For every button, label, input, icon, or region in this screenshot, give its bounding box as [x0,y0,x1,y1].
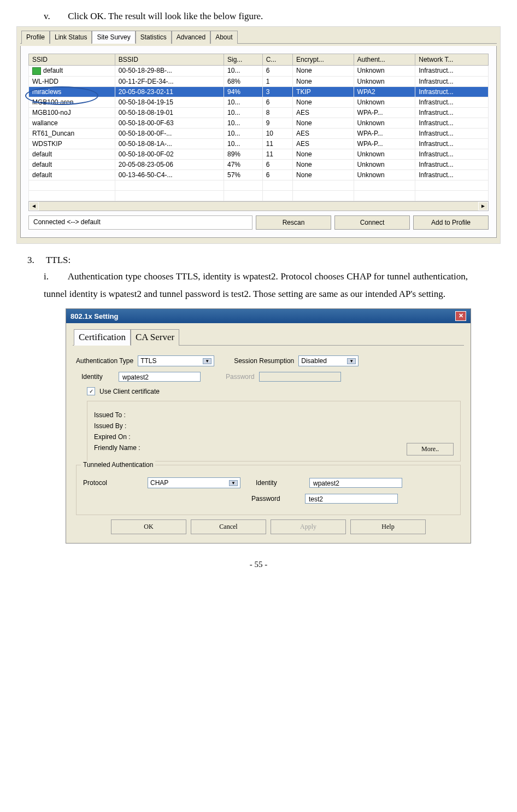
table-cell: default [29,149,115,159]
table-row[interactable]: default00-50-18-00-0F-0289%11NoneUnknown… [29,149,489,159]
table-row[interactable]: WDSTKIP00-50-18-08-1A-...10...11AESWPA-P… [29,138,489,149]
table-cell: 20-05-08-23-05-06 [115,159,224,170]
table-cell: 10... [224,138,262,149]
column-header[interactable]: Network T... [415,54,489,66]
column-header[interactable]: Encrypt... [293,54,354,66]
table-row[interactable]: wallance00-50-18-00-0F-6310...9NoneUnkno… [29,118,489,128]
scroll-right-icon[interactable]: ► [478,202,488,211]
column-header[interactable]: BSSID [115,54,224,66]
table-cell: 00-11-2F-DE-34-... [115,76,224,86]
table-cell: 00-13-46-50-C4-... [115,170,224,180]
table-cell [115,190,224,201]
table-cell [29,190,115,201]
rescan-button[interactable]: Rescan [256,215,331,230]
column-header[interactable]: C... [262,54,292,66]
table-row[interactable]: MGB100-noJ00-50-18-08-19-0110...8AESWPA-… [29,107,489,118]
table-row-empty [29,180,489,190]
table-row[interactable]: default20-05-08-23-05-0647%6NoneUnknownI… [29,159,489,170]
table-cell [224,180,262,190]
connect-button[interactable]: Connect [334,215,410,230]
password-input-disabled [259,372,341,382]
table-cell: None [293,66,354,77]
cancel-button[interactable]: Cancel [191,519,266,534]
tunnel-row1: Protocol CHAP ▼ Identity wpatest2 [83,477,454,488]
table-cell: 10... [224,107,262,118]
table-row[interactable]: default00-13-46-50-C4-...57%6NoneUnknown… [29,170,489,180]
tunnel-groupbox: Tunneled Authentication Protocol CHAP ▼ … [76,465,461,515]
column-header[interactable]: Authent... [354,54,415,66]
column-header[interactable]: SSID [29,54,115,66]
h-scrollbar[interactable]: ◄ ► [28,201,489,211]
cert-field-label: Issued To : [94,411,454,419]
dialog-tab-ca-server[interactable]: CA Server [131,329,179,346]
table-cell: default [29,66,115,77]
scroll-left-icon[interactable]: ◄ [29,202,39,211]
table-row[interactable]: MGB100-aren00-50-18-04-19-1510...6NoneUn… [29,97,489,107]
networks-table: SSIDBSSIDSig...C...Encrypt...Authent...N… [28,54,489,201]
dialog-tab-certification[interactable]: Certification [74,329,131,346]
tunnel-protocol-select[interactable]: CHAP ▼ [148,477,240,488]
tab-statistics[interactable]: Statistics [136,31,172,44]
chevron-down-icon: ▼ [203,358,212,364]
help-button[interactable]: Help [350,519,426,534]
tunnel-identity-input[interactable]: wpatest2 [309,478,402,488]
table-cell: Unknown [354,118,415,128]
table-cell: 3 [262,86,292,97]
table-cell: WPA-P... [354,107,415,118]
table-row[interactable]: miraclews20-05-08-23-02-1194%3TKIPWPA2In… [29,86,489,97]
ok-button[interactable]: OK [111,519,186,534]
auth-type-select[interactable]: TTLS ▼ [138,355,214,366]
bottom-action-bar: Connected <--> default RescanConnectAdd … [28,215,489,230]
table-row[interactable]: RT61_Duncan00-50-18-00-0F-...10...10AESW… [29,128,489,138]
table-cell: WDSTKIP [29,138,115,149]
table-cell: Unknown [354,66,415,77]
table-row[interactable]: WL-HDD00-11-2F-DE-34-...68%1NoneUnknownI… [29,76,489,86]
dialog-content: Authentication Type TTLS ▼ Session Resum… [73,348,464,536]
cert-groupbox: Issued To :Issued By :Expired On :Friend… [87,401,461,462]
table-cell: 00-50-18-00-0F-63 [115,118,224,128]
client-cert-label: Use Client certificate [99,388,160,395]
table-cell: None [293,170,354,180]
table-cell: Infrastruct... [415,118,489,128]
table-cell: Unknown [354,159,415,170]
tab-advanced[interactable]: Advanced [172,31,210,44]
table-cell: Infrastruct... [415,159,489,170]
client-cert-checkbox[interactable]: ✓ [87,387,95,395]
table-cell [415,190,489,201]
table-cell: 6 [262,66,292,77]
table-cell: None [293,118,354,128]
chevron-down-icon: ▼ [229,480,238,486]
table-cell: 57% [224,170,262,180]
instruction-num: v. [44,11,66,22]
identity-input[interactable]: wpatest2 [119,372,201,382]
connected-icon [32,67,41,75]
tab-profile[interactable]: Profile [21,31,50,44]
table-cell: AES [293,138,354,149]
site-buttons: RescanConnectAdd to Profile [256,215,489,230]
table-cell [29,180,115,190]
add-to-profile-button[interactable]: Add to Profile [413,215,489,230]
session-select[interactable]: Disabled ▼ [298,355,359,366]
tab-bar: ProfileLink StatusSite SurveyStatisticsA… [20,30,497,44]
table-cell: 89% [224,149,262,159]
more-button[interactable]: More.. [407,443,454,455]
step-3-num: 3. [27,255,44,266]
table-cell: 6 [262,170,292,180]
table-cell: Unknown [354,170,415,180]
close-icon[interactable]: ✕ [455,311,466,321]
table-cell: Infrastruct... [415,97,489,107]
table-row[interactable]: default00-50-18-29-8B-...10...6NoneUnkno… [29,66,489,77]
table-cell: 00-50-18-00-0F-... [115,128,224,138]
column-header[interactable]: Sig... [224,54,262,66]
identity-label: Identity [81,373,114,381]
tunnel-legend: Tunneled Authentication [81,461,155,469]
tab-link-status[interactable]: Link Status [50,31,92,44]
tab-site-survey[interactable]: Site Survey [92,31,135,44]
table-cell: 11 [262,138,292,149]
table-cell [415,180,489,190]
tunnel-password-input[interactable]: test2 [305,494,398,504]
tab-about[interactable]: About [210,31,237,44]
table-cell: 00-50-18-08-1A-... [115,138,224,149]
table-cell: default [29,170,115,180]
table-cell: 10... [224,97,262,107]
